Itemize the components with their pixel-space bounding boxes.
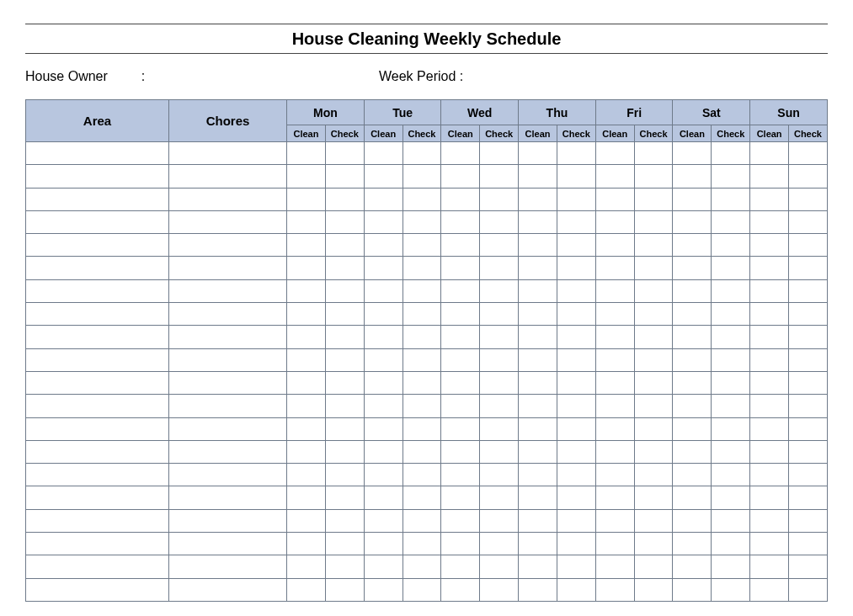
table-cell	[364, 348, 403, 371]
table-cell	[169, 142, 287, 165]
table-cell	[364, 555, 403, 578]
table-cell	[325, 279, 364, 302]
table-cell	[519, 371, 557, 394]
table-cell	[441, 555, 480, 578]
table-cell	[673, 578, 712, 601]
table-row	[26, 348, 828, 371]
table-cell	[673, 509, 712, 532]
table-row	[26, 464, 828, 486]
table-cell	[712, 464, 750, 486]
table-cell	[364, 279, 403, 302]
table-cell	[403, 417, 441, 440]
table-cell	[519, 395, 557, 417]
table-row	[26, 533, 828, 555]
table-cell	[557, 486, 595, 509]
table-cell	[169, 303, 287, 326]
table-cell	[673, 533, 712, 555]
table-cell	[26, 188, 169, 210]
table-cell	[403, 257, 441, 279]
table-row	[26, 326, 828, 348]
table-cell	[441, 257, 480, 279]
table-cell	[634, 417, 673, 440]
col-tue-check: Check	[403, 125, 441, 142]
table-cell	[364, 509, 403, 532]
table-cell	[519, 188, 557, 210]
table-cell	[364, 533, 403, 555]
col-thu-check: Check	[557, 125, 595, 142]
table-cell	[673, 417, 712, 440]
table-cell	[403, 371, 441, 394]
table-cell	[519, 578, 557, 601]
table-cell	[712, 348, 750, 371]
table-cell	[750, 142, 789, 165]
table-cell	[595, 440, 634, 463]
table-cell	[789, 509, 828, 532]
table-cell	[519, 486, 557, 509]
table-cell	[519, 348, 557, 371]
table-row	[26, 417, 828, 440]
table-cell	[519, 417, 557, 440]
table-cell	[287, 395, 326, 417]
table-cell	[26, 533, 169, 555]
table-cell	[403, 395, 441, 417]
table-cell	[364, 210, 403, 233]
table-cell	[287, 165, 326, 188]
table-cell	[26, 326, 169, 348]
table-cell	[364, 142, 403, 165]
table-cell	[750, 509, 789, 532]
table-row	[26, 371, 828, 394]
table-cell	[287, 578, 326, 601]
table-cell	[634, 234, 673, 257]
table-cell	[673, 486, 712, 509]
table-cell	[712, 555, 750, 578]
table-cell	[750, 371, 789, 394]
table-cell	[441, 486, 480, 509]
table-cell	[557, 348, 595, 371]
table-row	[26, 279, 828, 302]
table-row	[26, 440, 828, 463]
table-cell	[557, 578, 595, 601]
table-cell	[169, 578, 287, 601]
table-cell	[480, 371, 519, 394]
table-cell	[789, 234, 828, 257]
meta-row: House Owner : Week Period :	[25, 69, 828, 84]
col-mon-clean: Clean	[287, 125, 326, 142]
table-cell	[557, 210, 595, 233]
table-cell	[403, 326, 441, 348]
table-cell	[441, 234, 480, 257]
table-cell	[403, 234, 441, 257]
table-cell	[169, 555, 287, 578]
table-cell	[712, 509, 750, 532]
table-cell	[403, 165, 441, 188]
table-cell	[325, 555, 364, 578]
table-cell	[634, 142, 673, 165]
table-cell	[750, 555, 789, 578]
col-mon-check: Check	[325, 125, 364, 142]
table-cell	[364, 417, 403, 440]
table-cell	[750, 464, 789, 486]
table-cell	[673, 371, 712, 394]
table-cell	[519, 533, 557, 555]
table-cell	[169, 395, 287, 417]
table-cell	[712, 578, 750, 601]
table-cell	[712, 486, 750, 509]
col-chores: Chores	[169, 100, 287, 142]
table-cell	[325, 257, 364, 279]
table-cell	[557, 464, 595, 486]
table-cell	[789, 464, 828, 486]
table-cell	[595, 142, 634, 165]
table-cell	[287, 279, 326, 302]
table-cell	[325, 234, 364, 257]
table-cell	[789, 188, 828, 210]
table-cell	[325, 440, 364, 463]
table-cell	[169, 188, 287, 210]
table-cell	[169, 533, 287, 555]
table-cell	[595, 326, 634, 348]
table-cell	[169, 257, 287, 279]
document-page: House Cleaning Weekly Schedule House Own…	[0, 0, 853, 616]
table-cell	[634, 279, 673, 302]
table-row	[26, 303, 828, 326]
table-cell	[26, 395, 169, 417]
table-cell	[325, 188, 364, 210]
page-title: House Cleaning Weekly Schedule	[25, 29, 828, 49]
